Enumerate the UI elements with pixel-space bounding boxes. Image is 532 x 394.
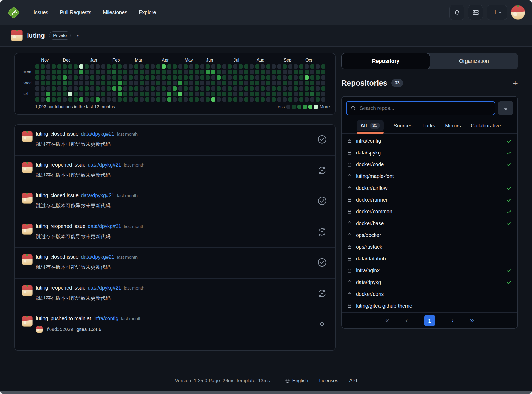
repo-list-item[interactable]: luting/gitea-github-theme <box>342 300 517 312</box>
issue-link[interactable]: data/dpykg#21 <box>88 162 121 168</box>
lock-icon <box>347 209 352 214</box>
avatar[interactable] <box>22 254 33 265</box>
heatmap-cell <box>118 70 122 74</box>
nav-link-pull-requests[interactable]: Pull Requests <box>60 9 91 15</box>
lock-icon <box>347 138 352 144</box>
heatmap-cell <box>63 75 67 80</box>
repo-list-item[interactable]: infra/nginx <box>342 265 517 276</box>
repo-list-item[interactable]: ops/docker <box>342 229 517 241</box>
repo-list-item[interactable]: luting/maple-font <box>342 170 517 182</box>
heatmap-cell <box>310 70 314 74</box>
heatmap-cell <box>35 64 39 69</box>
new-repository-button[interactable]: + <box>513 79 518 87</box>
heatmap-cell <box>123 70 127 74</box>
repo-list-item[interactable]: infra/config <box>342 135 517 147</box>
search-input[interactable] <box>359 105 491 112</box>
filter-tab-sources[interactable]: Sources <box>394 118 413 133</box>
heatmap-cell <box>123 64 127 69</box>
feed-user[interactable]: luting <box>36 131 48 137</box>
language-selector[interactable]: English <box>285 378 308 384</box>
filter-button[interactable] <box>498 101 513 115</box>
repo-list-item[interactable]: data/spykg <box>342 147 517 159</box>
avatar[interactable] <box>22 162 33 173</box>
avatar[interactable] <box>36 326 43 333</box>
repo-list-item[interactable]: ops/rustack <box>342 241 517 253</box>
horizontal-scrollbar[interactable] <box>0 391 532 394</box>
feed-user[interactable]: luting <box>36 192 48 198</box>
repo-list-item[interactable]: docker/doris <box>342 288 517 300</box>
heatmap-cell <box>250 75 254 80</box>
heatmap-cell <box>211 81 215 85</box>
feed-user[interactable]: luting <box>36 254 48 260</box>
filter-tab-mirrors[interactable]: Mirrors <box>445 118 461 133</box>
profile-dropdown-caret[interactable]: ▾ <box>76 33 79 38</box>
filter-tab-all[interactable]: All31 <box>357 118 384 133</box>
repo-list-item[interactable]: docker/airflow <box>342 182 517 194</box>
heatmap-cell <box>239 97 243 102</box>
filter-tab-collaborative[interactable]: Collaborative <box>471 118 501 133</box>
context-switcher: RepositoryOrganization <box>341 53 518 69</box>
current-page-button[interactable]: 1 <box>424 315 435 326</box>
heatmap-cell <box>167 64 171 69</box>
heatmap-cell <box>305 75 309 80</box>
gitea-logo-icon[interactable] <box>7 6 20 19</box>
repo-link[interactable]: infra/config <box>94 315 118 321</box>
nav-link-explore[interactable]: Explore <box>139 9 156 15</box>
feed-entry-title: lutingclosed issuedata/dpykg#21last mont… <box>36 192 138 198</box>
heatmap-cell <box>261 81 265 85</box>
filter-tab-forks[interactable]: Forks <box>422 118 435 133</box>
issue-link[interactable]: data/dpykg#21 <box>88 223 121 229</box>
heatmap-cell <box>74 86 78 91</box>
heatmap-cell <box>189 97 193 102</box>
profile-avatar[interactable] <box>11 30 23 41</box>
tab-repository[interactable]: Repository <box>341 53 430 69</box>
feed-action: pushed to main at <box>51 315 91 321</box>
nav-link-milestones[interactable]: Milestones <box>103 9 127 15</box>
feed-user[interactable]: luting <box>36 315 48 321</box>
heatmap-cell <box>211 97 215 102</box>
heatmap-cell <box>134 70 138 74</box>
heatmap-cell <box>151 92 155 96</box>
heatmap-cell <box>288 92 292 96</box>
issue-link[interactable]: data/dpykg#21 <box>81 131 114 137</box>
last-page-button[interactable]: » <box>470 317 474 324</box>
next-page-button[interactable]: › <box>452 317 454 324</box>
tab-organization[interactable]: Organization <box>430 53 518 69</box>
licenses-link[interactable]: Licenses <box>319 378 338 384</box>
issue-link[interactable]: data/dpykg#21 <box>88 285 121 291</box>
feed-user[interactable]: luting <box>36 162 48 168</box>
api-link[interactable]: API <box>349 378 357 384</box>
repo-list-item[interactable]: docker/common <box>342 206 517 218</box>
admin-panel-button[interactable] <box>468 5 483 20</box>
heatmap-cell <box>46 86 50 91</box>
avatar[interactable] <box>22 193 33 204</box>
issue-link[interactable]: data/dpykg#21 <box>81 254 114 260</box>
heatmap-cell <box>261 75 265 80</box>
heatmap-cell <box>195 97 199 102</box>
repo-list-item[interactable]: data/dpykg <box>342 276 517 288</box>
heatmap-cell <box>96 75 100 80</box>
create-new-button[interactable]: + ▾ <box>487 5 507 20</box>
prev-page-button[interactable]: ‹ <box>405 317 408 324</box>
repo-list-item[interactable]: data/datahub <box>342 253 517 265</box>
heatmap-cell <box>255 97 259 102</box>
feed-user[interactable]: luting <box>36 285 48 291</box>
first-page-button[interactable]: « <box>385 317 389 324</box>
feed-user[interactable]: luting <box>36 223 48 229</box>
heatmap-cell <box>217 75 221 80</box>
issue-link[interactable]: data/dpykg#21 <box>81 192 114 198</box>
heatmap-cell <box>233 92 237 96</box>
commit-hash-link[interactable]: f69d552029 <box>46 327 73 332</box>
repo-list-item[interactable]: docker/base <box>342 218 517 229</box>
feed-entry-title: lutingclosed issuedata/dpykg#21last mont… <box>36 131 138 137</box>
repo-list-item[interactable]: docker/code <box>342 159 517 170</box>
notifications-button[interactable] <box>449 5 464 20</box>
avatar[interactable] <box>22 316 33 327</box>
nav-link-issues[interactable]: Issues <box>34 9 48 15</box>
heatmap-cell <box>52 70 56 74</box>
avatar[interactable] <box>22 131 33 142</box>
avatar[interactable] <box>22 224 33 235</box>
avatar[interactable] <box>22 285 33 296</box>
user-avatar[interactable] <box>511 5 525 20</box>
repo-list-item[interactable]: docker/runner <box>342 194 517 206</box>
